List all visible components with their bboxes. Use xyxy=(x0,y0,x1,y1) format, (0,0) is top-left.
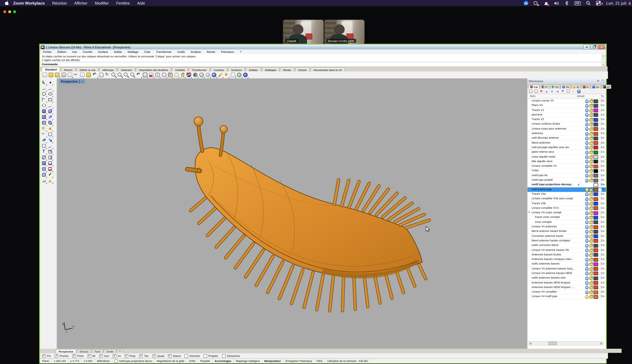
pyramid-hand[interactable] xyxy=(48,178,53,183)
Limace complète V3 b[interactable] xyxy=(590,207,593,210)
outil découpe antenne[interactable]: outil découpe antenne ✓ Co xyxy=(528,136,606,141)
motif jupe éd[interactable] xyxy=(594,174,598,178)
panel-gear-icon[interactable]: ✱ xyxy=(597,79,599,82)
Tracés V1[interactable] xyxy=(594,108,598,112)
open-file[interactable] xyxy=(48,72,54,78)
toolbar-tab[interactable]: Définir la vue xyxy=(76,67,99,72)
blend antenne hautes brutes[interactable] xyxy=(594,230,598,234)
outils antennes basses[interactable] xyxy=(590,263,593,266)
Limace complète V2[interactable] xyxy=(594,164,598,168)
blend antenne hautes brutes[interactable]: blend antenne hautes brutes ✓ Co xyxy=(528,229,606,234)
tracés zone corrigée[interactable] xyxy=(590,216,593,219)
Antennes basses coniques orien...[interactable] xyxy=(585,258,588,261)
corps aiguille metal[interactable]: corps aiguille metal ✓ Co xyxy=(528,154,606,159)
antennes[interactable] xyxy=(594,132,598,136)
motif jupe projections decoup...[interactable] xyxy=(594,183,598,187)
minimize-button[interactable] xyxy=(583,44,590,50)
Limace V4 antennes[interactable] xyxy=(590,226,593,229)
clean-screen[interactable] xyxy=(67,72,72,78)
outil texture jupe[interactable] xyxy=(594,188,598,192)
group[interactable] xyxy=(41,172,47,178)
trim[interactable] xyxy=(41,132,47,137)
Correction antenne tracés[interactable] xyxy=(585,234,588,238)
blend antenne hautes corrigées[interactable]: blend antenne hautes corrigées ✓ Co xyxy=(528,238,606,243)
filter-button[interactable]: ▼ xyxy=(561,89,565,93)
Antennes basses NEW longues[interactable] xyxy=(585,281,588,285)
antennes[interactable] xyxy=(585,132,588,136)
layer-list-hscrollbar[interactable]: ◀ ▶ xyxy=(528,341,604,346)
Limace V4 corps corrigé[interactable] xyxy=(590,212,593,215)
Limace V4 antenne basses NEW[interactable] xyxy=(585,272,588,276)
tête aiguille verre[interactable] xyxy=(590,160,593,164)
Limace V4 antennes[interactable] xyxy=(594,225,598,229)
toolbar-tab[interactable]: Nouveautés dans la V6 xyxy=(310,67,346,72)
panel-help-button[interactable]: ? xyxy=(577,89,581,93)
blend antennes[interactable] xyxy=(585,141,588,145)
rhino-menu-item[interactable]: Rendu xyxy=(204,50,218,53)
undo-view[interactable] xyxy=(136,72,142,78)
Tracés V2[interactable] xyxy=(590,118,593,122)
zoom-window[interactable] xyxy=(117,72,122,78)
toolbar-tab[interactable]: Sélection xyxy=(117,67,136,72)
osnap-checkbox[interactable] xyxy=(87,354,91,358)
panel-close-icon[interactable]: ✕ xyxy=(602,79,605,82)
blend antennes[interactable]: blend antennes ✓ Co xyxy=(528,140,606,145)
toolbar-tab[interactable]: Rendu xyxy=(280,67,295,72)
Plans V0[interactable] xyxy=(594,104,598,108)
blend antenne hautes brutes[interactable] xyxy=(585,230,588,234)
tête aiguille verre[interactable] xyxy=(585,160,588,164)
osnap-toggle[interactable]: Point xyxy=(72,354,84,358)
snap-grid[interactable] xyxy=(155,72,160,78)
outil perçage aiguilles avec jeu[interactable] xyxy=(585,146,588,150)
Antennes basses NEW longues -...[interactable]: Antennes basses NEW longues -... ✓ Co xyxy=(528,285,606,290)
corps aiguille metal[interactable] xyxy=(585,155,588,159)
viewport-perspective[interactable]: Perspective▼ x y z xyxy=(57,78,527,349)
outils correction blend[interactable] xyxy=(590,244,593,247)
Limace V4 antennes basses long...[interactable] xyxy=(585,267,588,271)
solid-cube[interactable] xyxy=(41,160,47,166)
gaine interne yeux[interactable]: gaine interne yeux ✓ Co xyxy=(528,150,606,154)
motif jupe éd[interactable]: motif jupe éd ✓ Co xyxy=(528,173,606,178)
toolbar-tab[interactable]: Solides xyxy=(245,67,262,72)
polygon[interactable] xyxy=(41,103,47,108)
lock[interactable] xyxy=(180,72,185,78)
osnap-checkbox[interactable] xyxy=(99,354,103,358)
gaine interne yeux[interactable] xyxy=(590,151,593,154)
Limace V4 antenne hautes OK[interactable] xyxy=(590,249,593,252)
toolbar-tab[interactable]: Surfaces xyxy=(228,67,245,72)
Limace corps pour antennes[interactable] xyxy=(594,127,598,131)
Limace creuse V0[interactable]: Limace creuse V0 ✓ Co xyxy=(528,98,606,103)
status-cell[interactable]: motif jupe projections decou xyxy=(112,359,155,363)
Cotes[interactable] xyxy=(590,170,593,173)
Limace surfaces brutes[interactable] xyxy=(590,123,593,126)
toolbar-tab[interactable]: Affichage xyxy=(99,67,117,72)
osnap-toggle[interactable]: Quad xyxy=(152,354,164,358)
status-cell[interactable]: Planéité xyxy=(198,359,212,363)
Antennes basses NEW longues[interactable]: Antennes basses NEW longues ✓ Co xyxy=(528,280,606,285)
blend antenne hautes brutes[interactable] xyxy=(590,230,593,233)
blend antenne hautes corrigées[interactable] xyxy=(594,239,598,243)
motif jupe éd[interactable] xyxy=(590,174,593,177)
Limace V4 antennes[interactable] xyxy=(585,225,588,229)
camera-status-icon[interactable] xyxy=(533,1,538,6)
rhino-menu-item[interactable]: Solide xyxy=(111,50,125,53)
zoom-extents[interactable] xyxy=(124,72,129,78)
Antennes basses NEW longues[interactable] xyxy=(594,281,598,285)
Antennes basses NEW longues[interactable] xyxy=(590,282,593,285)
outil perçage aiguilles avec jeu[interactable]: outil perçage aiguilles avec jeu ✓ Co xyxy=(528,145,606,150)
Tracés V3a[interactable] xyxy=(585,192,588,196)
Limace creuse V0[interactable] xyxy=(594,99,598,103)
Limace V4 complète[interactable]: Limace V4 complète ✓ Co xyxy=(528,290,606,294)
Limace surfaces brutes[interactable]: Limace surfaces brutes ✓ Co xyxy=(528,122,606,127)
Tracés V1[interactable] xyxy=(585,108,588,112)
motif jupe projections decoup...[interactable]: motif jupe projections decoup... ✓ Co xyxy=(528,182,606,187)
Tracés V2[interactable] xyxy=(594,118,598,122)
Limace V4 corps corrigé[interactable] xyxy=(585,211,588,215)
Tracés V3a[interactable] xyxy=(594,192,598,196)
spheres[interactable] xyxy=(48,114,53,120)
status-cell[interactable]: Ortho xyxy=(187,359,198,363)
Limace V4 corps corrigé[interactable]: Limace V4 corps corrigé ✓ Co xyxy=(528,210,606,215)
osnap-toggle[interactable]: Perp xyxy=(124,354,135,358)
extrude-up[interactable] xyxy=(48,160,53,166)
primitives[interactable] xyxy=(41,178,47,183)
